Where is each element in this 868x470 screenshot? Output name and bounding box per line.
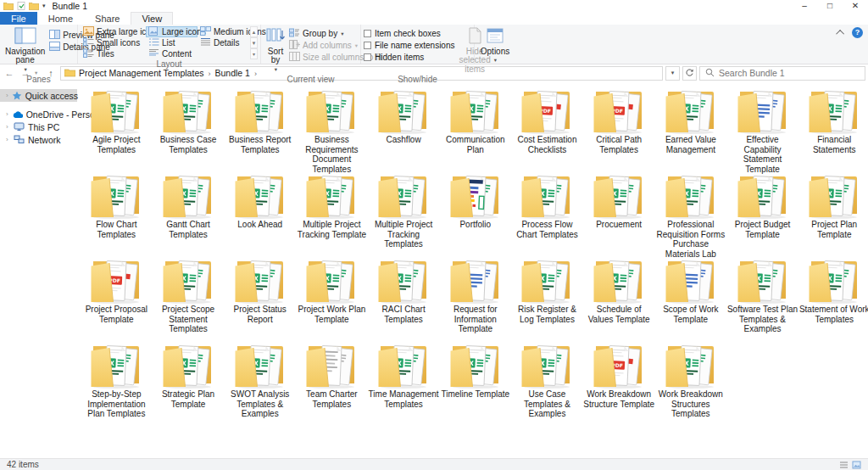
layout-gallery: Extra large iconsSmall iconsTilesLarge i… <box>81 26 248 59</box>
folder-item-work-breakdown-structure-template[interactable]: PDF Work Breakdown Structure Template <box>583 339 654 424</box>
maximize-button[interactable]: □ <box>817 0 843 12</box>
search-input[interactable]: Search Bundle 1 <box>699 66 865 81</box>
folder-item-professional-requisition-forms-purchase-materials-lab[interactable]: Professional Requisition Forms Purchase … <box>655 170 726 255</box>
qat-dropdown-icon[interactable]: ▾ <box>42 3 46 9</box>
layout-option-list[interactable]: List <box>146 37 198 48</box>
star-icon <box>12 91 22 101</box>
folder-item-cost-estimation-checklists[interactable]: PDF Cost Estimation Checklists <box>511 85 582 170</box>
folder-item-business-requirements-document-templates[interactable]: Business Requirements Document Templates <box>296 85 367 170</box>
breadcrumb-separator[interactable]: › <box>252 70 259 78</box>
view-small-icon <box>83 37 94 48</box>
folder-item-label: Business Requirements Document Templates <box>296 135 367 174</box>
checkbox-hidden-items[interactable]: Hidden items <box>364 52 455 63</box>
checkbox-file-name-extensions[interactable]: File name extensions <box>364 40 455 51</box>
folder-item-project-work-plan-template[interactable]: Project Work Plan Template <box>296 255 367 339</box>
layout-option-medium-icons[interactable]: Medium icons <box>198 26 248 37</box>
sort-by-button[interactable]: Sort by▾ <box>264 26 287 75</box>
checkbox-icon[interactable] <box>364 53 371 61</box>
folder-item-raci-chart-templates[interactable]: RACI Chart Templates <box>368 255 439 339</box>
collapse-ribbon-icon[interactable] <box>836 30 844 38</box>
tab-view[interactable]: View <box>131 12 173 25</box>
preview-pane-icon <box>49 30 60 41</box>
folder-item-gantt-chart-templates[interactable]: Gantt Chart Templates <box>153 170 224 255</box>
folder-item-cashflow[interactable]: Cashflow <box>368 85 439 170</box>
folder-item-team-charter-templates[interactable]: Team Charter Templates <box>296 339 367 424</box>
tab-home[interactable]: Home <box>37 12 84 25</box>
folder-item-project-plan-template[interactable]: Project Plan Template <box>798 170 868 255</box>
folder-item-financial-statements[interactable]: Financial Statements <box>798 85 868 170</box>
layout-option-details[interactable]: Details <box>198 37 248 48</box>
folder-item-risk-register-log-templates[interactable]: Risk Register & Log Templates <box>511 255 582 339</box>
layout-option-extra-large-icons[interactable]: Extra large icons <box>81 26 146 37</box>
folder-item-step-by-step-implementation-plan-templates[interactable]: Step-by-Step Implementation Plan Templat… <box>81 339 152 424</box>
folder-item-portfolio[interactable]: Portfolio <box>440 170 511 255</box>
checkbox-icon[interactable] <box>364 30 371 37</box>
folder-item-agile-project-templates[interactable]: Agile Project Templates <box>81 85 152 170</box>
folder-item-flow-chart-templates[interactable]: Flow Chart Templates <box>81 170 152 255</box>
folder-item-label: Step-by-Step Implementation Plan Templat… <box>81 389 152 419</box>
folder-item-project-budget-template[interactable]: Project Budget Template <box>727 170 798 255</box>
folder-item-time-management-templates[interactable]: Time Management Templates <box>368 339 439 424</box>
folder-item-strategic-plan-template[interactable]: Strategic Plan Template <box>153 339 224 424</box>
sidebar-item-quick-access[interactable]: ›Quick access <box>0 89 77 102</box>
folder-item-use-case-templates-examples[interactable]: Use Case Templates & Examples <box>511 339 582 424</box>
gallery-more-icon[interactable]: ▾ <box>250 48 258 59</box>
folder-item-scope-of-work-template[interactable]: Scope of Work Template <box>655 255 726 339</box>
layout-option-large-icons[interactable]: Large icons <box>146 26 198 37</box>
folder-item-process-flow-chart-templates[interactable]: Process Flow Chart Templates <box>511 170 582 255</box>
tab-share[interactable]: Share <box>84 12 131 25</box>
sidebar-item-this-pc[interactable]: ›This PC <box>0 120 77 133</box>
folder-item-swot-analysis-templates-examples[interactable]: SWOT Analysis Templates & Examples <box>225 339 296 424</box>
close-button[interactable]: ✕ <box>843 0 868 12</box>
expand-chevron-icon[interactable]: › <box>6 92 8 99</box>
refresh-icon[interactable] <box>682 66 697 81</box>
folder-item-timeline-template[interactable]: Timeline Template <box>440 339 511 424</box>
options-button[interactable]: Options ▾ <box>478 26 512 66</box>
folder-item-statement-of-work-templates[interactable]: Statement of Work Templates <box>798 255 868 339</box>
folder-item-look-ahead[interactable]: Look Ahead <box>225 170 296 255</box>
folder-item-earned-value-management[interactable]: Earned Value Management <box>655 85 726 170</box>
expand-chevron-icon[interactable]: › <box>6 123 10 131</box>
thumbnail-view-toggle-icon[interactable] <box>852 461 861 469</box>
properties-icon[interactable] <box>17 2 25 10</box>
checkbox-item-check-boxes[interactable]: Item check boxes <box>364 28 455 39</box>
folder-item-label: Statement of Work Templates <box>798 305 868 324</box>
folder-item-software-test-plan-templates-examples[interactable]: Software Test Plan Templates & Examples <box>727 255 798 339</box>
ribbon-group-panes: Navigation pane▾ Preview pane Details pa… <box>0 25 78 64</box>
folder-item-multiple-project-tracking-template[interactable]: Multiple Project Tracking Template <box>296 170 367 255</box>
folder-item-label: Communication Plan <box>440 135 511 154</box>
view-xlarge-icon <box>83 26 94 37</box>
expand-chevron-icon[interactable]: › <box>6 136 10 143</box>
folder-item-procuement[interactable]: Procuement <box>583 170 654 255</box>
folder-item-business-report-templates[interactable]: Business Report Templates <box>225 85 296 170</box>
folder-item-label: Work Breakdown Structures Templates <box>655 389 726 419</box>
new-folder-icon[interactable] <box>29 2 39 10</box>
folder-item-communication-plan[interactable]: Communication Plan <box>440 85 511 170</box>
folder-item-critical-path-templates[interactable]: PDF Critical Path Templates <box>583 85 654 170</box>
details-view-toggle-icon[interactable] <box>839 461 849 469</box>
folder-item-project-scope-statement-templates[interactable]: Project Scope Statement Templates <box>153 255 224 339</box>
gallery-down-icon[interactable]: ▼ <box>250 37 258 48</box>
folder-item-project-proposal-template[interactable]: PDF Project Proposal Template <box>81 255 152 339</box>
sidebar-item-network[interactable]: ›Network <box>0 133 77 146</box>
minimize-button[interactable]: – <box>792 0 817 12</box>
folder-item-work-breakdown-structures-templates[interactable]: Work Breakdown Structures Templates <box>655 339 726 424</box>
folder-item-schedule-of-values-template[interactable]: Schedule of Values Template <box>583 255 654 339</box>
gallery-up-icon[interactable]: ▲ <box>250 26 258 37</box>
tab-file[interactable]: File <box>0 12 37 25</box>
checkbox-icon[interactable] <box>364 42 371 49</box>
sidebar-item-onedrive-personal[interactable]: ›OneDrive - Personal <box>0 108 77 120</box>
address-dropdown-icon[interactable]: ▾ <box>665 66 680 81</box>
folder-item-label: RACI Chart Templates <box>368 305 439 324</box>
folder-item-business-case-templates[interactable]: Business Case Templates <box>153 85 224 170</box>
folder-item-request-for-information-template[interactable]: Request for Information Template <box>440 255 511 339</box>
layout-option-tiles[interactable]: Tiles <box>81 48 146 59</box>
folder-item-project-status-report[interactable]: Project Status Report <box>225 255 296 339</box>
navigation-pane-button[interactable]: Navigation pane▾ <box>3 26 47 75</box>
layout-option-content[interactable]: Content <box>146 48 198 59</box>
layout-option-small-icons[interactable]: Small icons <box>81 37 146 48</box>
folder-item-multiple-project-tracking-templates[interactable]: Multiple Project Tracking Templates <box>368 170 439 255</box>
help-icon[interactable]: ? <box>852 27 863 38</box>
expand-chevron-icon[interactable]: › <box>6 110 8 118</box>
folder-item-effective-capability-statement-template[interactable]: Effective Capability Statement Template <box>727 85 798 170</box>
